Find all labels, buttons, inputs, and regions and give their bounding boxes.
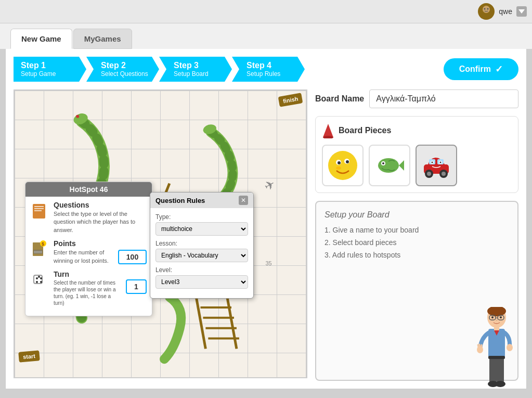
tab-my-games[interactable]: MyGames — [73, 29, 132, 49]
username-label: qwe — [499, 7, 512, 16]
instruction-item-3: 3. Add rules to hotspots — [325, 251, 509, 259]
piece-item-3[interactable] — [416, 145, 457, 186]
svg-rect-96 — [489, 356, 497, 382]
level-label: Level: — [155, 266, 248, 274]
step-2[interactable]: Step 2 Select Questions — [86, 57, 159, 82]
lesson-select[interactable]: English - Vocabulary English - Grammar M… — [155, 249, 248, 262]
svg-line-92 — [478, 345, 478, 347]
points-input[interactable] — [118, 250, 147, 264]
svg-point-88 — [500, 316, 502, 318]
check-icon: ✓ — [495, 63, 503, 75]
qrules-body: Type: multichoice truefalse shortanswer … — [150, 208, 253, 298]
turn-section-desc: Select the number of times the player wi… — [54, 279, 123, 306]
step2-name: Select Questions — [101, 70, 148, 78]
qrules-title: Question Rules — [155, 197, 205, 204]
svg-rect-97 — [497, 356, 504, 382]
board-container: finish start — [14, 89, 307, 378]
svg-point-65 — [338, 161, 341, 164]
step1-name: Setup Game — [21, 70, 56, 78]
game-area: finish start — [14, 89, 518, 381]
step-4[interactable]: Step 4 Setup Rules — [232, 57, 305, 82]
questions-section-title: Questions — [54, 201, 147, 209]
user-area: qwe — [478, 3, 527, 20]
top-bar: qwe — [0, 0, 532, 23]
piece-item-2[interactable] — [369, 145, 410, 186]
svg-rect-47 — [34, 208, 44, 209]
pieces-row — [322, 145, 512, 186]
qrules-title-bar: Question Rules ✕ — [150, 192, 253, 208]
turn-icon — [31, 270, 49, 289]
hotspot-turn-section: Turn Select the number of times the play… — [31, 270, 147, 306]
svg-rect-48 — [34, 210, 42, 211]
svg-point-58 — [40, 281, 42, 283]
svg-text:$: $ — [42, 241, 44, 247]
confirm-button[interactable]: Confirm ✓ — [444, 58, 518, 80]
svg-point-79 — [432, 162, 433, 163]
svg-point-1 — [484, 8, 486, 10]
svg-point-100 — [495, 381, 505, 387]
instruction-item-2: 2. Select board pieces — [325, 238, 509, 247]
hotspot-body: Questions Select the type or level of th… — [25, 197, 152, 316]
tab-new-game[interactable]: New Game — [10, 29, 72, 49]
svg-point-66 — [346, 160, 349, 163]
character-figure — [476, 307, 517, 380]
board-pieces-header: Board Pieces — [322, 123, 512, 138]
svg-point-0 — [483, 6, 490, 13]
svg-point-62 — [328, 151, 357, 180]
step3-name: Setup Board — [174, 70, 209, 78]
questions-section-desc: Select the type or level of the question… — [54, 210, 147, 234]
board-name-row: Board Name — [315, 89, 518, 108]
svg-rect-90 — [494, 327, 499, 331]
board-name-label: Board Name — [315, 94, 364, 104]
svg-point-67 — [336, 166, 341, 170]
piece-item-1[interactable] — [322, 145, 364, 186]
right-panel: Board Name Board Pieces — [315, 89, 518, 381]
instructions-list: 1. Give a name to your board 2. Select b… — [325, 226, 509, 259]
type-label: Type: — [155, 213, 248, 221]
svg-rect-51 — [34, 251, 42, 253]
step3-num: Step 3 — [174, 61, 209, 70]
qrules-close-button[interactable]: ✕ — [239, 196, 248, 205]
step4-num: Step 4 — [246, 61, 280, 70]
step1-num: Step 1 — [21, 61, 56, 70]
type-select[interactable]: multichoice truefalse shortanswer — [155, 222, 248, 236]
level-select[interactable]: Level1 Level2 Level3 Level4 — [155, 275, 248, 289]
steps-bar: Step 1 Setup Game Step 2 Select Question… — [14, 57, 518, 82]
svg-rect-98 — [488, 356, 505, 359]
tab-bar: New Game MyGames — [0, 23, 532, 49]
qrules-lesson-row: Lesson: English - Vocabulary English - G… — [155, 240, 248, 262]
svg-rect-46 — [34, 206, 44, 207]
cone-icon — [322, 123, 334, 138]
hotspot-title: HotSpot 46 — [25, 182, 152, 197]
hotspot-questions-section: Questions Select the type or level of th… — [31, 201, 147, 234]
svg-point-2 — [487, 8, 489, 10]
step2-num: Step 2 — [101, 61, 148, 70]
turn-section-title: Turn — [54, 270, 147, 278]
svg-marker-60 — [323, 124, 333, 137]
svg-point-95 — [507, 344, 513, 351]
board-pieces-section: Board Pieces — [315, 116, 518, 193]
step-1[interactable]: Step 1 Setup Game — [14, 57, 86, 82]
board-name-input[interactable] — [369, 89, 518, 108]
points-icon: $ — [31, 239, 49, 258]
lesson-label: Lesson: — [155, 240, 248, 247]
turn-input[interactable] — [126, 279, 147, 294]
svg-point-70 — [382, 162, 384, 164]
start-label: start — [18, 350, 40, 362]
step-3[interactable]: Step 3 Setup Board — [159, 57, 232, 82]
user-dropdown[interactable] — [516, 6, 527, 17]
svg-point-77 — [442, 172, 446, 176]
instructions-title: Setup your Board — [325, 210, 509, 220]
svg-point-56 — [40, 277, 42, 279]
avatar — [478, 3, 495, 20]
confirm-label: Confirm — [459, 65, 491, 74]
instruction-item-1: 1. Give a name to your board — [325, 226, 509, 234]
svg-line-93 — [479, 344, 480, 346]
svg-point-55 — [36, 277, 38, 279]
qrules-type-row: Type: multichoice truefalse shortanswer — [155, 213, 248, 236]
svg-point-81 — [440, 162, 442, 163]
svg-point-75 — [427, 172, 431, 176]
svg-point-57 — [36, 281, 38, 283]
svg-point-87 — [491, 316, 494, 318]
instructions-section: Setup your Board 1. Give a name to your … — [315, 201, 518, 381]
